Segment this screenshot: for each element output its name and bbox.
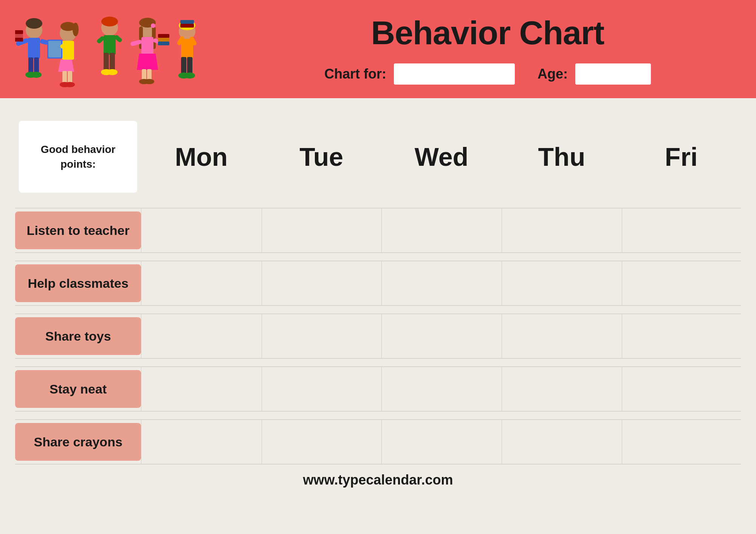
svg-point-43: [144, 79, 154, 84]
table-row: Stay neat: [15, 366, 741, 412]
behavior-label-cell-5: Share crayons: [15, 419, 141, 465]
cell-stayneat-fri[interactable]: [622, 366, 741, 412]
svg-marker-39: [137, 54, 158, 70]
svg-rect-26: [104, 35, 116, 55]
cell-help-fri[interactable]: [622, 261, 741, 306]
svg-rect-2: [28, 38, 40, 59]
day-header-wed: Wed: [381, 113, 502, 200]
svg-rect-28: [110, 53, 115, 72]
svg-rect-9: [15, 34, 23, 38]
svg-rect-27: [104, 53, 109, 72]
day-header-fri: Fri: [622, 113, 741, 200]
svg-point-20: [65, 82, 75, 87]
svg-rect-58: [180, 20, 194, 24]
cell-sharecrayons-mon[interactable]: [141, 419, 261, 465]
age-input[interactable]: [575, 63, 651, 85]
cell-sharetoys-tue[interactable]: [262, 313, 381, 359]
svg-point-30: [107, 69, 118, 75]
cell-sharecrayons-wed[interactable]: [381, 419, 502, 465]
chart-for-input[interactable]: [394, 63, 515, 85]
behavior-label-cell-4: Stay neat: [15, 366, 141, 412]
table-row: Help classmates: [15, 261, 741, 306]
cell-sharetoys-thu[interactable]: [502, 313, 621, 359]
chart-for-row: Chart for: Age:: [324, 63, 651, 85]
svg-marker-16: [58, 60, 74, 72]
behavior-table: Good behavior points: Mon Tue Wed Thu Fr…: [15, 113, 741, 465]
svg-rect-10: [15, 38, 23, 42]
cell-stayneat-wed[interactable]: [381, 366, 502, 412]
cell-sharetoys-mon[interactable]: [141, 313, 261, 359]
cell-help-tue[interactable]: [262, 261, 381, 306]
svg-rect-22: [48, 41, 61, 57]
day-header-mon: Mon: [141, 113, 261, 200]
behavior-label-cell-3: Share toys: [15, 313, 141, 359]
svg-rect-46: [158, 38, 169, 42]
svg-point-55: [184, 73, 195, 79]
cell-listen-thu[interactable]: [502, 208, 621, 253]
svg-rect-38: [141, 37, 153, 55]
behavior-label-1: Listen to teacher: [15, 211, 141, 249]
cell-help-wed[interactable]: [381, 261, 502, 306]
svg-point-37: [151, 23, 155, 28]
cell-help-thu[interactable]: [502, 261, 621, 306]
footer-url: www.typecalendar.com: [15, 465, 741, 488]
svg-rect-45: [158, 34, 169, 38]
main-content: Good behavior points: Mon Tue Wed Thu Fr…: [0, 98, 756, 511]
cell-listen-mon[interactable]: [141, 208, 261, 253]
cell-help-mon[interactable]: [141, 261, 261, 306]
svg-rect-47: [158, 42, 169, 45]
table-row: Listen to teacher: [15, 208, 741, 253]
cell-sharetoys-wed[interactable]: [381, 313, 502, 359]
svg-point-1: [26, 18, 42, 29]
behavior-label-5: Share crayons: [15, 423, 141, 461]
cell-listen-tue[interactable]: [262, 208, 381, 253]
svg-point-14: [73, 23, 79, 36]
header-right: Behavior Chart Chart for: Age:: [212, 14, 741, 85]
svg-point-25: [101, 17, 118, 26]
cell-listen-fri[interactable]: [622, 208, 741, 253]
table-row: Share crayons: [15, 419, 741, 465]
svg-rect-52: [181, 57, 186, 75]
svg-rect-53: [187, 57, 192, 75]
svg-point-6: [31, 72, 42, 78]
day-header-thu: Thu: [502, 113, 621, 200]
svg-rect-8: [15, 30, 23, 34]
behavior-label-cell-1: Listen to teacher: [15, 208, 141, 253]
table-row: Share toys: [15, 313, 741, 359]
page-title: Behavior Chart: [371, 14, 604, 52]
behavior-label-4: Stay neat: [15, 370, 141, 408]
cell-stayneat-thu[interactable]: [502, 366, 621, 412]
behavior-label-2: Help classmates: [15, 264, 141, 302]
kids-illustration: [15, 8, 212, 91]
age-label: Age:: [538, 66, 568, 82]
header-label-cell: Good behavior points:: [15, 113, 141, 200]
behavior-label-3: Share toys: [15, 317, 141, 355]
day-header-tue: Tue: [262, 113, 381, 200]
cell-sharetoys-fri[interactable]: [622, 313, 741, 359]
svg-rect-59: [180, 24, 194, 28]
cell-sharecrayons-tue[interactable]: [262, 419, 381, 465]
cell-sharecrayons-fri[interactable]: [622, 419, 741, 465]
cell-stayneat-mon[interactable]: [141, 366, 261, 412]
page-header: Behavior Chart Chart for: Age:: [0, 0, 756, 98]
chart-for-label: Chart for:: [324, 66, 386, 82]
good-behavior-label: Good behavior points:: [19, 121, 137, 193]
cell-listen-wed[interactable]: [381, 208, 502, 253]
cell-sharecrayons-thu[interactable]: [502, 419, 621, 465]
days-header-row: Good behavior points: Mon Tue Wed Thu Fr…: [15, 113, 741, 200]
behavior-label-cell-2: Help classmates: [15, 261, 141, 306]
cell-stayneat-tue[interactable]: [262, 366, 381, 412]
